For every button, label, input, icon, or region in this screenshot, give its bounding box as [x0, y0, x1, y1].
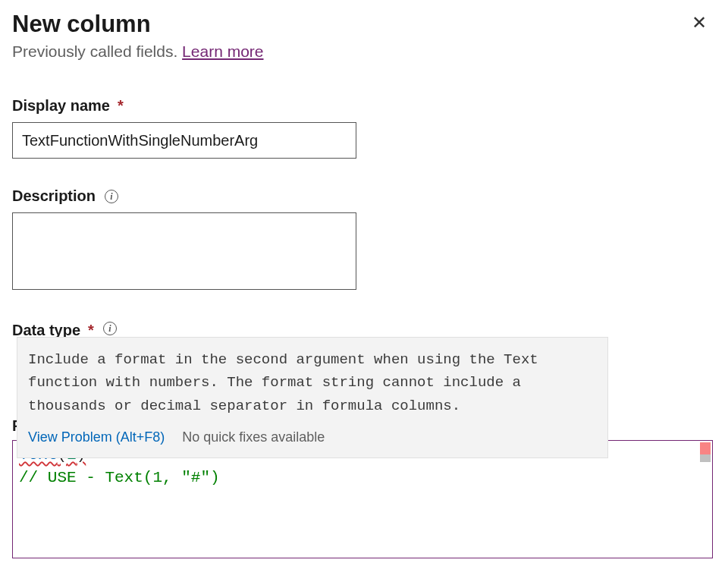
tooltip-message: Include a format in the second argument …	[28, 348, 597, 417]
info-icon[interactable]: i	[105, 190, 118, 203]
required-indicator: *	[118, 97, 124, 115]
tooltip-actions: View Problem (Alt+F8) No quick fixes ava…	[28, 426, 597, 448]
view-problem-link[interactable]: View Problem (Alt+F8)	[28, 429, 165, 445]
info-icon[interactable]: i	[103, 322, 117, 335]
subtitle: Previously called fields. Learn more	[12, 42, 713, 61]
display-name-field-group: Display name*	[12, 97, 713, 159]
description-label-text: Description	[12, 187, 96, 205]
description-label: Description i	[12, 187, 713, 205]
display-name-label: Display name*	[12, 97, 713, 115]
scrollbar-thumb[interactable]	[700, 454, 711, 462]
error-marker	[700, 442, 711, 454]
display-name-input[interactable]	[12, 122, 356, 159]
no-fixes-text: No quick fixes available	[182, 429, 325, 445]
display-name-label-text: Display name	[12, 97, 110, 115]
close-button[interactable]: ✕	[686, 11, 713, 35]
page-title: New column	[12, 11, 151, 38]
description-field-group: Description i	[12, 187, 713, 293]
code-line-2: // USE - Text(1, "#")	[19, 467, 706, 489]
description-input[interactable]	[12, 212, 356, 290]
learn-more-link[interactable]: Learn more	[182, 42, 263, 60]
error-tooltip: Include a format in the second argument …	[17, 337, 608, 458]
close-icon: ✕	[692, 12, 707, 33]
subtitle-text: Previously called fields.	[12, 42, 182, 60]
